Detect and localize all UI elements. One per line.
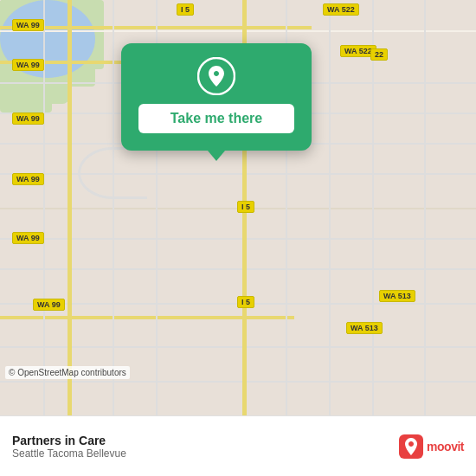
take-me-there-button[interactable]: Take me there <box>138 104 294 133</box>
road-label-wa99: WA 99 <box>12 59 44 71</box>
road-label-wa522: WA 522 <box>323 3 359 16</box>
moovit-text: moovit <box>427 440 464 453</box>
popup-card: Take me there <box>121 43 312 151</box>
curved-road <box>78 147 147 199</box>
road-label-wa99: WA 99 <box>12 113 44 125</box>
osm-credit: © OpenStreetMap contributors <box>5 366 130 379</box>
road-label-wa99: WA 99 <box>12 232 44 244</box>
road-label-22: 22 <box>370 48 388 61</box>
map-container: WA 99 WA 99 WA 99 WA 99 WA 99 WA 99 WA 5… <box>0 0 476 415</box>
moovit-logo: moovit <box>399 434 464 459</box>
road-label-wa99: WA 99 <box>12 19 44 31</box>
highway-road <box>68 0 72 415</box>
road-label-wa99: WA 99 <box>12 173 44 185</box>
bottom-bar: Partners in Care Seattle Tacoma Bellevue… <box>0 415 476 476</box>
road-label-wa99: WA 99 <box>33 299 65 311</box>
road-label-wa513: WA 513 <box>379 290 415 302</box>
road <box>424 0 426 415</box>
moovit-pin-icon <box>399 434 423 459</box>
road-label-wa513: WA 513 <box>346 322 383 334</box>
road <box>329 0 331 415</box>
road <box>372 0 374 415</box>
location-name: Partners in Care <box>12 434 399 447</box>
location-region: Seattle Tacoma Bellevue <box>12 447 399 460</box>
road-label-i5: I 5 <box>237 296 254 308</box>
road-label-i5: I 5 <box>237 201 254 213</box>
location-info: Partners in Care Seattle Tacoma Bellevue <box>12 434 399 460</box>
location-pin-icon <box>197 57 235 95</box>
road-label-i5: I 5 <box>177 3 194 16</box>
road <box>113 0 114 415</box>
